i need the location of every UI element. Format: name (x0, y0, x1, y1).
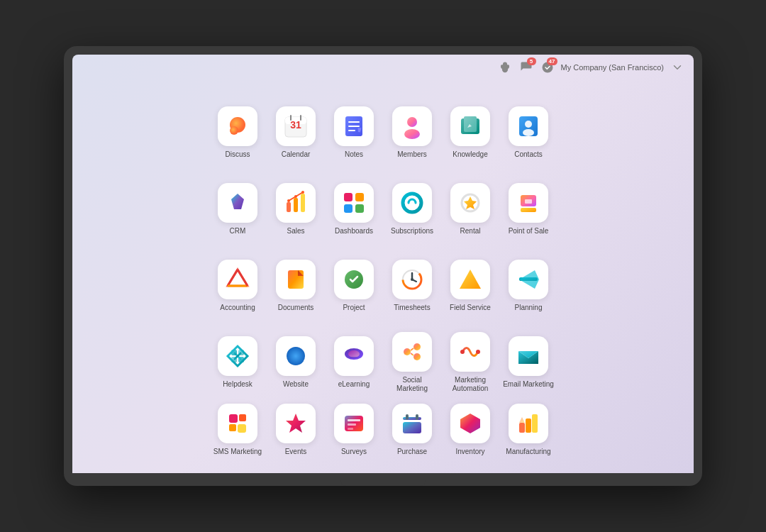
app-planning-label: Planning (515, 304, 543, 312)
app-inventory[interactable]: Inventory (441, 404, 499, 456)
app-subscriptions[interactable]: Subscriptions (383, 174, 441, 245)
svg-rect-81 (416, 414, 418, 420)
svg-marker-36 (228, 270, 248, 286)
svg-text:31: 31 (290, 119, 301, 131)
app-calendar-label: Calendar (282, 150, 311, 159)
app-timesheets-label: Timesheets (394, 304, 430, 312)
app-knowledge-label: Knowledge (453, 150, 487, 159)
app-rental[interactable]: Rental (441, 174, 499, 245)
app-marketing-automation[interactable]: Marketing Automation (441, 327, 499, 398)
svg-point-47 (411, 278, 413, 281)
app-sales[interactable]: Sales (267, 174, 325, 245)
svg-point-65 (460, 350, 465, 354)
activity-icon[interactable]: 47 (540, 60, 555, 75)
svg-line-37 (228, 270, 238, 286)
app-notes[interactable]: Notes (325, 97, 383, 168)
svg-rect-28 (355, 193, 364, 201)
app-helpdesk-label: Helpdesk (223, 380, 252, 389)
svg-marker-48 (460, 270, 481, 289)
debug-icon[interactable] (497, 60, 513, 75)
svg-point-62 (413, 353, 421, 360)
svg-point-31 (403, 194, 421, 212)
svg-point-14 (404, 129, 420, 139)
app-project[interactable]: Project (325, 250, 383, 321)
company-name: My Company (San Francisco) (561, 63, 665, 72)
svg-rect-53 (231, 350, 237, 355)
app-calendar[interactable]: 31 Calendar (267, 97, 325, 168)
app-events-label: Events (285, 448, 307, 456)
app-dashboards[interactable]: Dashboards (325, 174, 383, 245)
svg-rect-80 (406, 414, 409, 420)
app-planning[interactable]: Planning (499, 250, 557, 321)
app-sms-marketing[interactable]: SMS Marketing (209, 404, 267, 456)
svg-rect-22 (294, 198, 298, 212)
svg-rect-76 (348, 423, 356, 426)
svg-rect-40 (288, 270, 304, 289)
app-email-marketing-label: Email Marketing (503, 380, 554, 389)
chat-badge: 5 (527, 57, 536, 65)
app-manufacturing[interactable]: Manufacturing (499, 404, 557, 456)
svg-rect-82 (519, 423, 525, 433)
chat-icon[interactable]: 5 (518, 60, 534, 75)
app-website[interactable]: Website (267, 327, 325, 398)
app-members[interactable]: Members (383, 97, 441, 168)
monitor-stand (340, 473, 426, 486)
user-menu-icon[interactable] (670, 60, 685, 75)
app-dashboards-label: Dashboards (335, 227, 373, 235)
svg-rect-83 (526, 419, 531, 433)
svg-line-39 (238, 270, 248, 286)
app-timesheets[interactable]: Timesheets (383, 250, 441, 321)
app-social-marketing-label: Social Marketing (387, 376, 438, 393)
app-discuss[interactable]: Discuss (209, 97, 267, 168)
app-crm[interactable]: CRM (209, 174, 267, 245)
svg-rect-75 (348, 419, 360, 421)
apps-grid: Discuss 31 Calendar (72, 80, 694, 473)
app-documents-label: Documents (278, 304, 314, 312)
topbar: 5 47 My Company (San Francisco) (72, 55, 694, 80)
app-pos-label: Point of Sale (509, 227, 549, 235)
svg-rect-78 (403, 417, 421, 420)
app-elearning[interactable]: eLearning (325, 327, 383, 398)
svg-line-63 (411, 348, 413, 350)
app-surveys[interactable]: Surveys (325, 404, 383, 456)
app-accounting[interactable]: Accounting (209, 250, 267, 321)
svg-marker-73 (286, 414, 306, 433)
svg-point-24 (287, 199, 290, 202)
svg-point-18 (525, 121, 532, 128)
app-subscriptions-label: Subscriptions (391, 227, 433, 235)
svg-point-66 (476, 350, 480, 354)
app-elearning-label: eLearning (338, 380, 370, 389)
app-social-marketing[interactable]: Social Marketing (383, 327, 441, 398)
app-marketing-automation-label: Marketing Automation (445, 376, 496, 393)
app-knowledge[interactable]: Knowledge (441, 97, 499, 168)
app-pos[interactable]: Point of Sale (499, 174, 557, 245)
app-inventory-label: Inventory (455, 448, 484, 456)
svg-rect-70 (239, 414, 246, 421)
svg-rect-23 (301, 194, 305, 212)
app-sms-marketing-label: SMS Marketing (213, 448, 262, 456)
app-documents[interactable]: Documents (267, 250, 325, 321)
app-events[interactable]: Events (267, 404, 325, 456)
app-accounting-label: Accounting (220, 304, 255, 312)
svg-rect-55 (231, 357, 237, 362)
app-contacts[interactable]: Contacts (499, 97, 557, 168)
app-fieldservice-label: Field Service (450, 304, 491, 312)
svg-rect-84 (532, 414, 538, 433)
svg-point-60 (404, 348, 411, 355)
app-project-label: Project (343, 304, 365, 312)
svg-line-64 (411, 353, 413, 355)
svg-point-3 (230, 126, 238, 135)
svg-rect-56 (238, 357, 244, 362)
svg-rect-79 (403, 422, 421, 433)
svg-rect-30 (355, 204, 364, 213)
app-fieldservice[interactable]: Field Service (441, 250, 499, 321)
app-email-marketing[interactable]: Email Marketing (499, 327, 557, 398)
grid-container: Discuss 31 Calendar (209, 97, 557, 456)
svg-point-19 (523, 129, 534, 136)
app-helpdesk[interactable]: Helpdesk (209, 327, 267, 398)
app-purchase[interactable]: Purchase (383, 404, 441, 456)
svg-rect-21 (287, 202, 291, 212)
app-sales-label: Sales (287, 227, 304, 235)
svg-marker-20 (231, 194, 244, 209)
svg-point-25 (294, 195, 297, 198)
